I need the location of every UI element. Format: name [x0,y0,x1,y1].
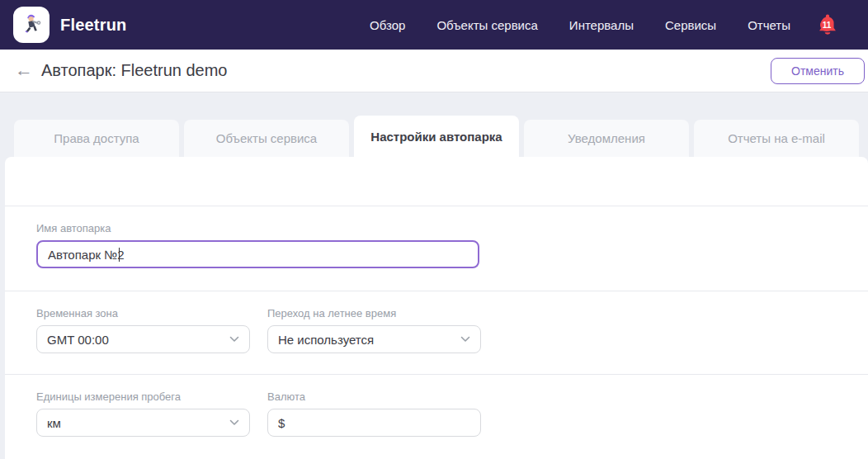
tab-fleet-settings[interactable]: Настройки автопарка [354,116,519,157]
timezone-select[interactable]: GMT 00:00 [36,325,250,353]
currency-label: Валюта [267,390,481,403]
panel-top-spacer [5,157,868,206]
notification-count-badge: 11 [820,19,833,31]
mechanic-mascot-icon [18,10,45,40]
page-header: ← Автопарк: Fleetrun demo Отменить [0,50,868,92]
chevron-down-icon [229,419,239,426]
nav-item-overview[interactable]: Обзор [370,18,405,32]
mileage-units-select[interactable]: км [36,409,250,437]
nav-item-intervals[interactable]: Интервалы [569,18,634,32]
chevron-down-icon [460,336,470,343]
text-cursor [119,248,120,262]
fleet-name-label: Имя автопарка [36,222,868,234]
nav-item-services[interactable]: Сервисы [665,18,716,32]
currency-input[interactable] [267,409,481,437]
fleetrun-logo[interactable] [13,7,50,43]
dst-select[interactable]: Не используется [267,325,481,353]
notifications-button[interactable]: 11 [817,13,838,36]
dst-label: Переход на летнее время [267,307,481,319]
tab-service-objects[interactable]: Объекты сервиса [184,120,349,157]
timezone-field: Временная зона GMT 00:00 [36,307,250,353]
dst-value: Не используется [278,333,460,347]
fleet-settings-panel: Имя автопарка Временная зона GMT 00:00 П… [5,157,868,459]
mileage-units-field: Единицы измерения пробега км [36,390,250,437]
back-arrow-icon[interactable]: ← [15,61,33,79]
mileage-units-value: км [47,416,229,430]
timezone-label: Временная зона [36,307,250,319]
brand-name: Fleetrun [60,16,127,35]
tab-email-reports[interactable]: Отчеты на e-mail [694,120,859,157]
top-navbar: Fleetrun Обзор Объекты сервиса Интервалы… [0,0,868,50]
tab-strip: Права доступа Объекты сервиса Настройки … [0,92,868,157]
currency-field: Валюта [267,390,481,437]
nav-item-service-objects[interactable]: Объекты сервиса [436,18,537,32]
units-section: Единицы измерения пробега км Валюта [5,375,868,459]
fleet-name-field-wrap [36,240,868,268]
cancel-button[interactable]: Отменить [771,58,865,84]
tab-notifications[interactable]: Уведомления [524,120,689,157]
timezone-section: Временная зона GMT 00:00 Переход на летн… [5,291,868,375]
page-title: Автопарк: Fleetrun demo [41,61,227,80]
main-nav: Обзор Объекты сервиса Интервалы Сервисы … [370,13,838,36]
chevron-down-icon [229,336,239,343]
mileage-units-label: Единицы измерения пробега [36,390,250,403]
fleet-name-input[interactable] [36,240,479,268]
fleet-name-section: Имя автопарка [5,206,868,291]
tab-access-rights[interactable]: Права доступа [14,120,179,157]
dst-field: Переход на летнее время Не используется [267,307,481,353]
timezone-value: GMT 00:00 [47,333,229,347]
nav-item-reports[interactable]: Отчеты [748,18,790,32]
